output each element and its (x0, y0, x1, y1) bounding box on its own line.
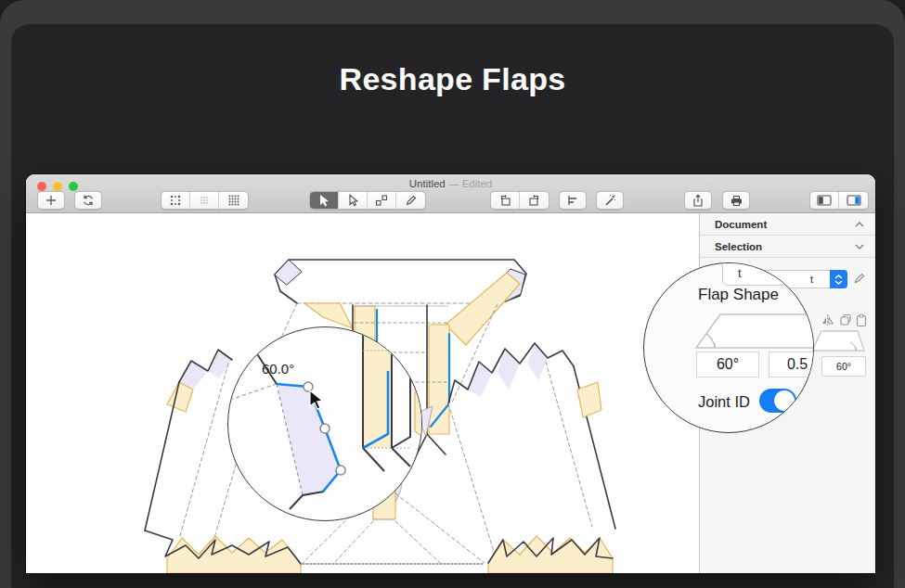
design-canvas[interactable]: 60.0° (26, 213, 699, 573)
grid-dense-icon (227, 194, 240, 207)
toggle-left-panel-button[interactable] (810, 192, 839, 209)
magic-wand-icon (603, 194, 616, 207)
flap-shape-heading: Flap Shape (698, 286, 779, 304)
panel-right-icon (847, 195, 861, 206)
add-button[interactable] (37, 191, 65, 210)
document-title: Untitled (409, 178, 446, 189)
rotate-right-button[interactable] (520, 192, 549, 209)
stepper-icon (830, 270, 847, 288)
section-document[interactable]: Document (700, 213, 875, 236)
refresh-button[interactable] (74, 191, 102, 210)
chevron-up-icon (855, 222, 864, 227)
window-chrome: Untitled — Edited (26, 174, 875, 213)
canvas-magnifier-lens: 60.0° (227, 326, 422, 521)
flap-angle-field[interactable]: 60° (696, 352, 759, 377)
panel-left-icon (817, 195, 832, 206)
grid-mini-icon (198, 194, 211, 207)
flap-shape-preview-large (692, 310, 814, 352)
align-button[interactable] (559, 191, 587, 210)
preset-popup-text: t (810, 274, 813, 285)
angle-readout: 60.0° (262, 361, 294, 377)
tool-segment (309, 191, 426, 210)
panel-toggle-segment (809, 191, 869, 210)
panel-magnifier-lens: t Flap Shape 60° 0.5 Joint ID (643, 262, 814, 433)
toggle-right-panel-button[interactable] (839, 192, 868, 209)
direct-select-tool-button[interactable] (339, 192, 368, 209)
rotate-segment (490, 191, 549, 210)
cursor-outline-icon (346, 194, 359, 207)
cursor-filled-icon (317, 194, 330, 207)
nodes-icon (375, 194, 388, 207)
section-selection-label: Selection (715, 241, 762, 252)
section-selection[interactable]: Selection (700, 236, 875, 258)
share-button[interactable] (684, 191, 712, 210)
magnified-flap-detail: 60.0° (228, 327, 422, 521)
vertex-handle[interactable] (336, 466, 345, 475)
vertex-handle[interactable] (304, 382, 313, 391)
print-icon (730, 194, 743, 207)
joint-id-label: Joint ID (698, 393, 750, 411)
rotate-left-icon (498, 194, 511, 207)
edit-pencil-icon[interactable] (853, 272, 866, 285)
align-edges-icon (566, 194, 579, 207)
chevron-down-icon (855, 244, 864, 249)
flip-horizontal-icon[interactable] (821, 313, 834, 326)
grid-mode-segment (161, 191, 249, 210)
vertex-handle[interactable] (320, 424, 330, 433)
flap-inset-field[interactable]: 0.5 (769, 352, 814, 377)
share-icon (692, 194, 705, 207)
select-tool-button[interactable] (310, 192, 339, 209)
grid-dense-button[interactable] (219, 192, 248, 209)
section-document-label: Document (715, 219, 767, 230)
grid-sparse-icon (169, 194, 182, 207)
pencil-icon (405, 194, 418, 207)
refresh-icon (82, 194, 95, 207)
add-icon (45, 194, 58, 207)
rotate-left-button[interactable] (491, 192, 520, 209)
copy-icon[interactable] (839, 313, 852, 326)
flap-shape-preview-small (809, 326, 867, 353)
flap-angle-field-small[interactable]: 60° (821, 356, 866, 377)
app-window: Untitled — Edited (26, 174, 875, 573)
magic-wand-button[interactable] (596, 191, 624, 210)
stage: Reshape Flaps Untitled — Edited (0, 0, 905, 588)
print-button[interactable] (722, 191, 750, 210)
grid-mini-button[interactable] (190, 192, 219, 209)
clipboard-icon[interactable] (856, 313, 867, 326)
nodes-tool-button[interactable] (368, 192, 396, 209)
rotate-right-icon (528, 194, 541, 207)
grid-sparse-button[interactable] (162, 192, 190, 209)
window-title: Untitled — Edited (26, 178, 875, 189)
page-title: Reshape Flaps (0, 61, 905, 97)
pencil-tool-button[interactable] (396, 192, 425, 209)
